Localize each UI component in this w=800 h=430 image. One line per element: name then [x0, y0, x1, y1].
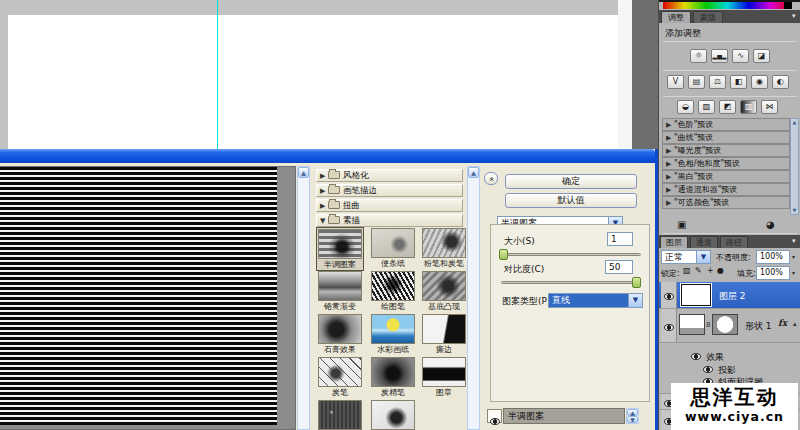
collapse-panel-button[interactable]: «: [484, 172, 498, 185]
layer-row-selected[interactable]: 图层 2: [659, 282, 800, 308]
preset-black-white[interactable]: ▶"黑白"预设: [662, 170, 790, 183]
visibility-toggle[interactable]: [661, 282, 677, 308]
filter-thumb-note-paper[interactable]: 便条纸: [370, 228, 416, 268]
size-input[interactable]: 1: [607, 232, 633, 246]
tab-adjustments[interactable]: 调整: [661, 11, 691, 23]
channel-mixer-icon[interactable]: ◐: [772, 75, 789, 89]
lock-transparency-icon[interactable]: ▨: [683, 266, 691, 275]
lock-all-icon[interactable]: ●: [717, 266, 724, 275]
scroll-up-icon[interactable]: ▲: [298, 167, 309, 178]
brightness-contrast-icon[interactable]: ☼: [690, 49, 707, 63]
color-balance-icon[interactable]: ⚖: [709, 75, 726, 89]
filter-stack-item[interactable]: 半调图案: [503, 408, 625, 424]
chevron-down-icon[interactable]: ▾: [792, 253, 795, 260]
levels-icon[interactable]: ▂▅▂: [711, 49, 728, 63]
panel-menu-icon[interactable]: ▾: [792, 237, 796, 245]
dialog-titlebar[interactable]: [0, 149, 655, 163]
contrast-slider[interactable]: [501, 281, 641, 284]
filter-thumb-conte-crayon[interactable]: 炭精笔: [370, 357, 416, 397]
layer-name[interactable]: 图层 2: [719, 290, 746, 303]
filter-thumb-row5-b[interactable]: [370, 400, 416, 430]
filter-visibility-toggle[interactable]: [487, 409, 502, 423]
curves-icon[interactable]: ∿: [732, 49, 749, 63]
shape-layer-thumbnail[interactable]: [679, 314, 705, 335]
posterize-icon[interactable]: ▨: [698, 100, 715, 114]
scroll-up-icon[interactable]: ▲: [468, 167, 479, 178]
tab-masks[interactable]: 蒙版: [693, 11, 723, 23]
filter-thumb-row5-a[interactable]: [317, 400, 363, 430]
color-spectrum-bar[interactable]: [663, 2, 791, 9]
fill-value[interactable]: 100%: [756, 266, 790, 280]
preset-exposure[interactable]: ▶"曝光度"预设: [662, 144, 790, 157]
selective-color-icon[interactable]: ⋈: [761, 100, 778, 114]
panel-menu-icon[interactable]: ▾: [792, 12, 796, 20]
collapse-effects-icon[interactable]: ▴: [793, 320, 797, 328]
filter-thumb-plaster[interactable]: 石膏效果: [317, 314, 363, 354]
opacity-value[interactable]: 100%: [756, 250, 790, 264]
lock-move-icon[interactable]: +: [707, 266, 714, 275]
scroll-up-icon[interactable]: ▲: [791, 119, 798, 126]
filter-preview-pane[interactable]: [0, 166, 296, 430]
filter-thumb-stamp[interactable]: 图章: [421, 357, 466, 397]
scroll-down-icon[interactable]: ▼: [627, 416, 638, 423]
preset-levels[interactable]: ▶"色阶"预设: [662, 118, 790, 131]
switch-panel-icon[interactable]: ▣: [677, 219, 686, 230]
chevron-down-icon[interactable]: ▾: [792, 269, 795, 276]
preset-hue-saturation[interactable]: ▶"色相/饱和度"预设: [662, 157, 790, 170]
lock-paint-icon[interactable]: ✎: [695, 266, 702, 275]
layer-row-shape[interactable]: 8 形状 1 fx ▴: [659, 309, 800, 342]
fx-icon[interactable]: fx: [778, 318, 787, 328]
hue-saturation-icon[interactable]: ▤: [688, 75, 705, 89]
black-white-icon[interactable]: ◧: [730, 75, 747, 89]
divider: [659, 342, 800, 343]
thumb-image: [371, 228, 415, 258]
scroll-up-icon[interactable]: ▲: [627, 409, 638, 416]
preset-channel-mixer[interactable]: ▶"通道混和器"预设: [662, 183, 790, 196]
category-sketch[interactable]: ▼素描: [316, 214, 463, 227]
color-spectrum-black-chip[interactable]: [784, 2, 792, 9]
blend-mode-select[interactable]: 正常 ▼: [661, 250, 711, 264]
contrast-input[interactable]: 50: [605, 260, 633, 274]
filter-thumb-halftone-pattern[interactable]: 半调图案: [317, 228, 363, 270]
size-slider[interactable]: [501, 253, 641, 256]
category-distort[interactable]: ▶扭曲: [316, 199, 463, 212]
filter-thumb-water-paper[interactable]: 水彩画纸: [370, 314, 416, 354]
eye-icon: [664, 293, 674, 300]
filter-thumb-chalk-charcoal[interactable]: 粉笔和炭笔: [421, 228, 466, 268]
invert-icon[interactable]: ◒: [677, 100, 694, 114]
pattern-type-select[interactable]: 直线 ▼: [548, 293, 643, 308]
size-slider-thumb[interactable]: [499, 249, 508, 260]
filter-list-scrollbar[interactable]: ▲: [467, 166, 480, 430]
gradient-map-icon[interactable]: ▥: [740, 100, 757, 114]
filter-thumb-charcoal[interactable]: 炭笔: [317, 357, 363, 397]
category-brushstrokes[interactable]: ▶画笔描边: [316, 184, 463, 197]
chevron-down-icon[interactable]: ▼: [628, 294, 642, 307]
tab-paths[interactable]: 路径: [720, 236, 748, 248]
tab-layers[interactable]: 图层: [660, 236, 688, 248]
layer-thumbnail[interactable]: [681, 284, 711, 306]
visibility-toggle[interactable]: [661, 309, 677, 342]
exposure-icon[interactable]: ◪: [753, 49, 770, 63]
default-button[interactable]: 默认值: [505, 193, 637, 208]
preset-curves[interactable]: ▶"曲线"预设: [662, 131, 790, 144]
category-stylize[interactable]: ▶风格化: [316, 169, 463, 182]
filter-thumb-torn-edges[interactable]: 撕边: [421, 314, 466, 354]
preview-scrollbar[interactable]: ▲: [297, 166, 310, 430]
vibrance-icon[interactable]: V: [667, 75, 684, 89]
preset-selective-color[interactable]: ▶"可选颜色"预设: [662, 196, 790, 209]
contrast-slider-thumb[interactable]: [632, 277, 641, 288]
filter-thumb-chrome[interactable]: 铬黄渐变: [317, 271, 363, 311]
filter-thumb-bas-relief[interactable]: 基底凸现: [421, 271, 466, 311]
clip-to-layer-icon[interactable]: ◕: [766, 219, 775, 230]
presets-scrollbar[interactable]: ▲ ▼: [790, 118, 799, 215]
scroll-down-icon[interactable]: ▼: [791, 207, 798, 214]
vector-mask-thumbnail[interactable]: [712, 314, 738, 335]
threshold-icon[interactable]: ◩: [719, 100, 736, 114]
chevron-down-icon[interactable]: ▼: [696, 251, 710, 263]
tab-channels[interactable]: 通道: [690, 236, 718, 248]
ok-button[interactable]: 确定: [505, 174, 637, 189]
layer-name[interactable]: 形状 1: [745, 320, 772, 333]
photo-filter-icon[interactable]: ◉: [751, 75, 768, 89]
filter-thumb-graphic-pen[interactable]: 绘图笔: [370, 271, 416, 311]
filter-stack-scrollbar[interactable]: ▲ ▼: [626, 408, 639, 424]
